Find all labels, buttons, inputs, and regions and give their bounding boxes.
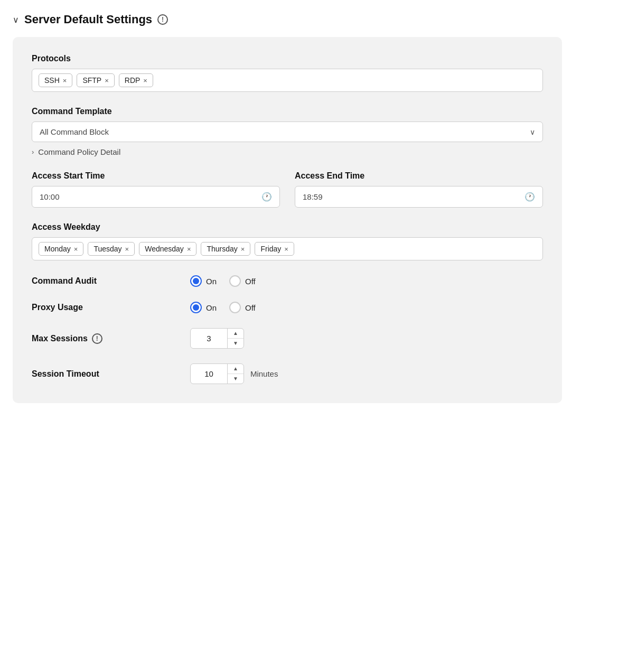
radio-inner-on xyxy=(193,278,199,284)
tag-rdp-remove[interactable]: × xyxy=(143,77,147,85)
tag-wednesday: Wednesday × xyxy=(139,242,196,256)
command-audit-off-radio[interactable] xyxy=(229,275,241,287)
tag-ssh-remove[interactable]: × xyxy=(63,77,67,85)
proxy-usage-on-label: On xyxy=(206,303,217,312)
info-icon[interactable]: ! xyxy=(157,14,168,25)
command-audit-on-radio[interactable] xyxy=(190,275,202,287)
weekday-label: Access Weekday xyxy=(32,222,543,232)
max-sessions-value: 3 xyxy=(191,329,228,348)
access-end-input[interactable]: 18:59 🕐 xyxy=(295,186,543,208)
command-template-value: All Command Block xyxy=(40,127,109,136)
command-audit-row: Command Audit On Off xyxy=(32,275,543,287)
settings-card: Protocols SSH × SFTP × RDP × Command Tem… xyxy=(13,37,562,403)
tag-sftp: SFTP × xyxy=(77,73,114,87)
max-sessions-info-icon[interactable]: ! xyxy=(92,333,102,344)
session-timeout-row: Session Timeout 10 ▲ ▼ Minutes xyxy=(32,363,543,384)
max-sessions-increment[interactable]: ▲ xyxy=(228,329,244,339)
clock-icon-end: 🕐 xyxy=(525,192,535,202)
max-sessions-label: Max Sessions ! xyxy=(32,333,148,344)
tag-thursday: Thursday × xyxy=(201,242,250,256)
weekday-input[interactable]: Monday × Tuesday × Wednesday × Thursday … xyxy=(32,237,543,260)
policy-detail-link[interactable]: › Command Policy Detail xyxy=(32,147,543,156)
session-timeout-increment[interactable]: ▲ xyxy=(228,364,244,374)
tag-friday-remove[interactable]: × xyxy=(284,245,288,253)
section-title: Server Default Settings xyxy=(24,13,152,26)
access-start-label: Access Start Time xyxy=(32,171,280,181)
proxy-usage-off-option[interactable]: Off xyxy=(229,302,256,313)
tag-friday: Friday × xyxy=(255,242,294,256)
access-end-label: Access End Time xyxy=(295,171,543,181)
session-timeout-buttons: ▲ ▼ xyxy=(228,364,244,384)
access-end-value: 18:59 xyxy=(303,192,323,201)
proxy-usage-label: Proxy Usage xyxy=(32,303,148,312)
proxy-usage-on-radio[interactable] xyxy=(190,302,202,313)
tag-ssh-label: SSH xyxy=(44,76,60,85)
tag-thursday-remove[interactable]: × xyxy=(241,245,245,253)
command-audit-on-option[interactable]: On xyxy=(190,275,217,287)
access-start-group: Access Start Time 10:00 🕐 xyxy=(32,171,280,208)
access-end-group: Access End Time 18:59 🕐 xyxy=(295,171,543,208)
max-sessions-label-text: Max Sessions xyxy=(32,334,88,343)
collapse-chevron[interactable]: ∨ xyxy=(13,15,19,25)
proxy-radio-inner-on xyxy=(193,304,199,311)
weekday-group: Access Weekday Monday × Tuesday × Wednes… xyxy=(32,222,543,260)
protocols-input[interactable]: SSH × SFTP × RDP × xyxy=(32,69,543,92)
proxy-usage-radios: On Off xyxy=(190,302,256,313)
policy-detail-text: Command Policy Detail xyxy=(38,147,120,156)
command-audit-on-label: On xyxy=(206,277,217,286)
session-timeout-label-text: Session Timeout xyxy=(32,369,99,379)
chevron-right-icon: › xyxy=(32,148,34,156)
session-timeout-spinbox[interactable]: 10 ▲ ▼ xyxy=(190,363,244,384)
tag-sftp-label: SFTP xyxy=(82,76,101,85)
section-header: ∨ Server Default Settings ! xyxy=(13,13,605,26)
tag-sftp-remove[interactable]: × xyxy=(105,77,109,85)
tag-monday-label: Monday xyxy=(44,245,71,253)
access-start-input[interactable]: 10:00 🕐 xyxy=(32,186,280,208)
tag-rdp: RDP × xyxy=(119,73,153,87)
max-sessions-buttons: ▲ ▼ xyxy=(228,329,244,348)
tag-friday-label: Friday xyxy=(260,245,281,253)
session-timeout-decrement[interactable]: ▼ xyxy=(228,374,244,384)
access-times-group: Access Start Time 10:00 🕐 Access End Tim… xyxy=(32,171,543,208)
command-template-select[interactable]: All Command Block ∨ xyxy=(32,122,543,142)
proxy-usage-row: Proxy Usage On Off xyxy=(32,302,543,313)
max-sessions-spinbox[interactable]: 3 ▲ ▼ xyxy=(190,328,244,349)
tag-wednesday-label: Wednesday xyxy=(145,245,184,253)
chevron-down-icon: ∨ xyxy=(530,128,535,136)
tag-rdp-label: RDP xyxy=(125,76,141,85)
command-audit-radios: On Off xyxy=(190,275,256,287)
tag-monday: Monday × xyxy=(39,242,83,256)
session-timeout-label: Session Timeout xyxy=(32,369,148,379)
tag-thursday-label: Thursday xyxy=(207,245,237,253)
tag-tuesday: Tuesday × xyxy=(88,242,135,256)
proxy-usage-on-option[interactable]: On xyxy=(190,302,217,313)
tag-tuesday-label: Tuesday xyxy=(93,245,121,253)
tag-ssh: SSH × xyxy=(39,73,72,87)
session-timeout-unit: Minutes xyxy=(250,369,278,378)
tag-wednesday-remove[interactable]: × xyxy=(187,245,191,253)
command-audit-off-option[interactable]: Off xyxy=(229,275,256,287)
max-sessions-row: Max Sessions ! 3 ▲ ▼ xyxy=(32,328,543,349)
command-template-group: Command Template All Command Block ∨ › C… xyxy=(32,107,543,156)
command-template-label: Command Template xyxy=(32,107,543,116)
max-sessions-decrement[interactable]: ▼ xyxy=(228,339,244,348)
protocols-label: Protocols xyxy=(32,54,543,63)
proxy-usage-off-label: Off xyxy=(245,303,256,312)
session-timeout-value: 10 xyxy=(191,364,228,384)
command-audit-label: Command Audit xyxy=(32,276,148,286)
tag-monday-remove[interactable]: × xyxy=(74,245,78,253)
command-audit-off-label: Off xyxy=(245,277,256,286)
protocols-group: Protocols SSH × SFTP × RDP × xyxy=(32,54,543,92)
tag-tuesday-remove[interactable]: × xyxy=(125,245,129,253)
clock-icon-start: 🕐 xyxy=(261,192,272,202)
proxy-usage-off-radio[interactable] xyxy=(229,302,241,313)
access-start-value: 10:00 xyxy=(40,192,60,201)
